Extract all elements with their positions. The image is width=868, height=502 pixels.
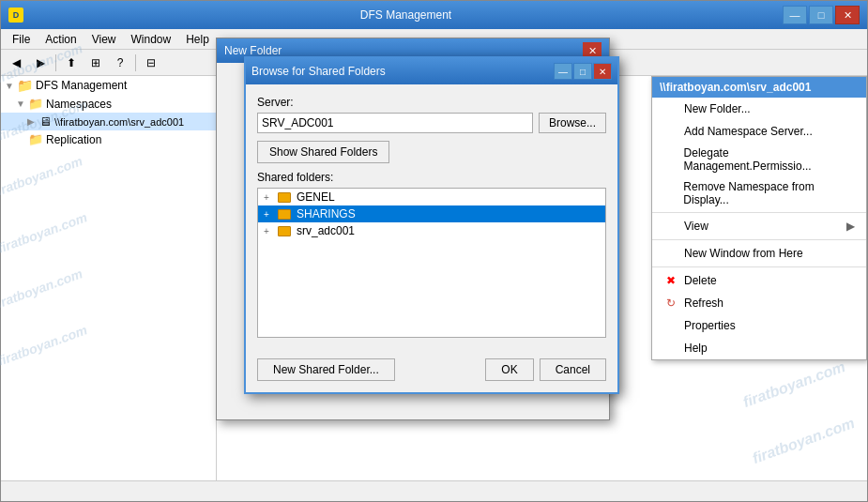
server-row: Browse... [257, 113, 606, 133]
cancel-btn[interactable]: Cancel [540, 358, 606, 381]
footer-left: New Shared Folder... [257, 358, 395, 381]
expand-srv-icon: + [264, 226, 275, 236]
expand-sharings-icon: + [264, 209, 275, 220]
folder-label-srv: srv_adc001 [297, 224, 355, 237]
folder-icon-srv [278, 226, 291, 236]
folder-item-sharings[interactable]: + SHARINGS [258, 205, 605, 222]
shared-folders-list[interactable]: + GENEL + SHARINGS + srv_adc001 [257, 188, 606, 338]
browse-footer: New Shared Folder... OK Cancel [246, 358, 617, 392]
expand-genel-icon: + [264, 192, 275, 203]
browse-close-btn[interactable]: ✕ [593, 63, 612, 80]
footer-right: OK Cancel [485, 358, 606, 381]
browse-content: Server: Browse... Show Shared Folders Sh… [246, 84, 617, 358]
show-shared-folders-btn[interactable]: Show Shared Folders [257, 141, 389, 163]
new-shared-folder-btn[interactable]: New Shared Folder... [257, 358, 395, 381]
browse-server-btn[interactable]: Browse... [539, 113, 606, 133]
browse-dialog: Browse for Shared Folders — □ ✕ Server: … [244, 56, 619, 394]
browse-window-controls: — □ ✕ [554, 63, 612, 80]
dialog-overlay: New Folder ✕ Browse for Shared Folders —… [0, 0, 868, 502]
ok-btn[interactable]: OK [485, 358, 533, 381]
browse-minimize-btn[interactable]: — [554, 63, 572, 80]
server-input[interactable] [257, 113, 533, 133]
folder-item-genel[interactable]: + GENEL [258, 189, 605, 205]
server-label: Server: [257, 96, 606, 109]
browse-maximize-btn[interactable]: □ [573, 63, 592, 80]
folder-icon-genel [278, 192, 291, 203]
folder-icon-sharings [278, 209, 291, 220]
browse-title-bar: Browse for Shared Folders — □ ✕ [246, 58, 617, 84]
new-folder-title: New Folder [224, 44, 583, 57]
folder-label-genel: GENEL [297, 190, 335, 204]
browse-dialog-title: Browse for Shared Folders [251, 65, 554, 78]
shared-folders-label: Shared folders: [257, 171, 606, 184]
folder-item-srv[interactable]: + srv_adc001 [258, 222, 605, 239]
folder-label-sharings: SHARINGS [297, 207, 356, 221]
